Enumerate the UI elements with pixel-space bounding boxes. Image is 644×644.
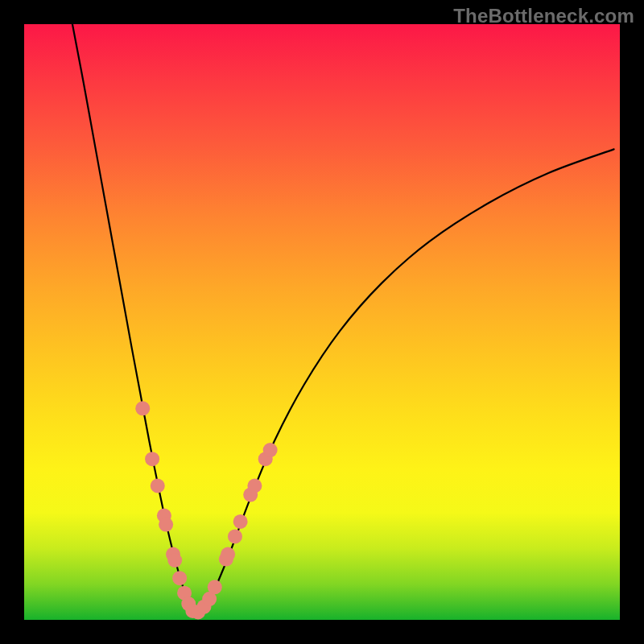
marker-dot	[135, 401, 150, 415]
marker-dot	[221, 547, 235, 562]
plot-area	[24, 24, 620, 620]
chart-frame: TheBottleneck.com	[0, 0, 644, 644]
curve-path	[72, 24, 193, 613]
marker-dot	[151, 479, 165, 493]
marker-dot	[159, 518, 173, 532]
curve-group	[72, 24, 614, 613]
chart-svg	[24, 24, 620, 620]
marker-dot	[167, 553, 182, 568]
marker-dot	[233, 514, 248, 529]
marker-dot	[263, 443, 278, 457]
marker-dot	[247, 479, 262, 493]
marker-dot	[172, 571, 187, 585]
marker-dot	[228, 529, 242, 543]
marker-dot	[208, 580, 222, 594]
markers-group	[135, 401, 277, 619]
marker-dot	[145, 452, 159, 466]
curve-path	[193, 149, 613, 613]
